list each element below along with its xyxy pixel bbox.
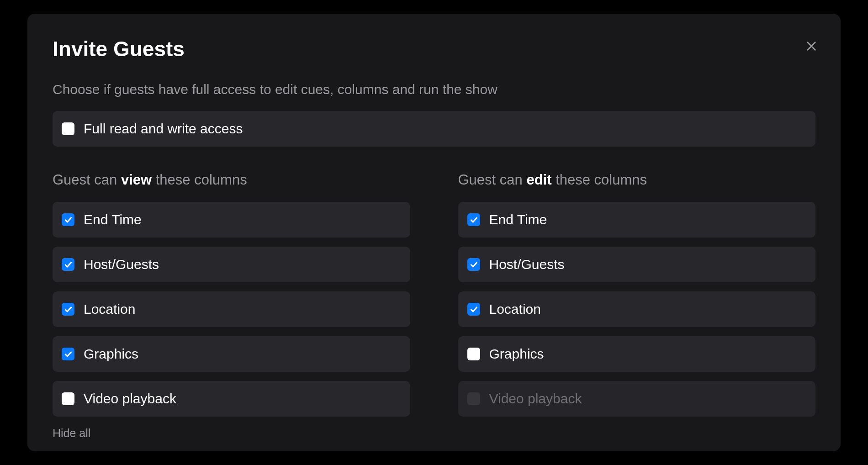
- view-option-label: End Time: [84, 212, 142, 227]
- edit-option-label: Location: [489, 301, 541, 317]
- modal-description: Choose if guests have full access to edi…: [53, 82, 815, 97]
- view-column: Guest can view these columns End TimeHos…: [53, 172, 410, 440]
- invite-guests-modal: Invite Guests Choose if guests have full…: [27, 14, 841, 451]
- close-button[interactable]: [805, 39, 818, 55]
- edit-option-row: Video playback: [458, 381, 816, 417]
- full-access-checkbox[interactable]: [62, 122, 74, 135]
- view-option-row[interactable]: Location: [53, 291, 410, 327]
- view-checkbox[interactable]: [62, 303, 74, 316]
- edit-column: Guest can edit these columns End TimeHos…: [458, 172, 816, 440]
- modal-title: Invite Guests: [53, 37, 815, 61]
- edit-option-row[interactable]: Location: [458, 291, 816, 327]
- view-checkbox[interactable]: [62, 213, 74, 226]
- edit-checkbox[interactable]: [467, 213, 480, 226]
- edit-options-list: End TimeHost/GuestsLocationGraphicsVideo…: [458, 202, 816, 417]
- edit-option-row[interactable]: End Time: [458, 202, 816, 238]
- view-option-label: Graphics: [84, 346, 138, 362]
- view-checkbox[interactable]: [62, 392, 74, 405]
- view-option-row[interactable]: End Time: [53, 202, 410, 238]
- view-option-row[interactable]: Host/Guests: [53, 247, 410, 282]
- edit-column-header: Guest can edit these columns: [458, 172, 816, 188]
- edit-option-label: End Time: [489, 212, 547, 227]
- view-option-label: Location: [84, 301, 135, 317]
- edit-option-label: Host/Guests: [489, 257, 565, 272]
- view-checkbox[interactable]: [62, 348, 74, 360]
- edit-option-row[interactable]: Graphics: [458, 336, 816, 372]
- view-option-label: Host/Guests: [84, 257, 159, 272]
- edit-checkbox: [467, 392, 480, 405]
- edit-checkbox[interactable]: [467, 258, 480, 271]
- edit-checkbox[interactable]: [467, 348, 480, 360]
- view-column-header: Guest can view these columns: [53, 172, 410, 188]
- view-option-row[interactable]: Graphics: [53, 336, 410, 372]
- hide-all-link[interactable]: Hide all: [53, 427, 90, 440]
- view-option-row[interactable]: Video playback: [53, 381, 410, 417]
- full-access-row[interactable]: Full read and write access: [53, 111, 815, 147]
- edit-option-label: Video playback: [489, 391, 582, 407]
- view-checkbox[interactable]: [62, 258, 74, 271]
- edit-option-label: Graphics: [489, 346, 544, 362]
- view-options-list: End TimeHost/GuestsLocationGraphicsVideo…: [53, 202, 410, 417]
- edit-checkbox[interactable]: [467, 303, 480, 316]
- columns-container: Guest can view these columns End TimeHos…: [53, 172, 815, 440]
- edit-option-row[interactable]: Host/Guests: [458, 247, 816, 282]
- view-option-label: Video playback: [84, 391, 176, 407]
- full-access-label: Full read and write access: [84, 121, 243, 137]
- close-icon: [805, 37, 818, 56]
